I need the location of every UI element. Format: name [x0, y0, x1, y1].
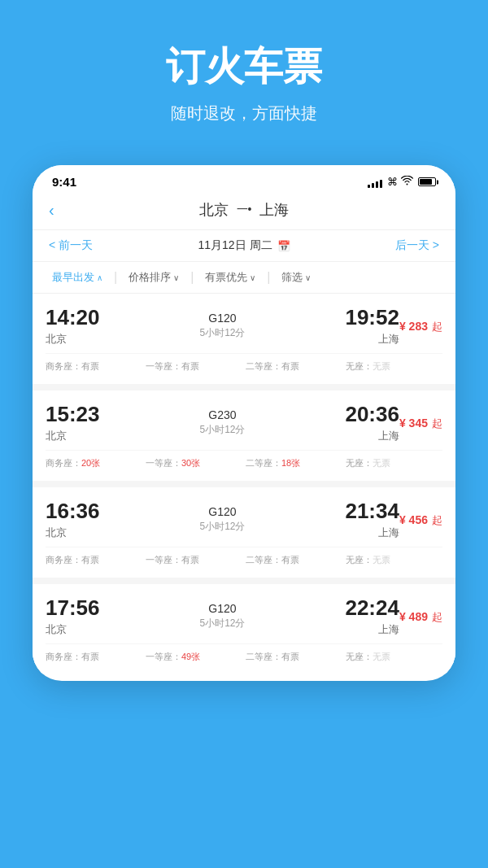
train-number: G230	[100, 408, 346, 421]
train-duration: 5小时12分	[100, 617, 346, 630]
train-price: ¥ 489 起	[399, 608, 442, 625]
train-main-row: 16:36 北京 G120 5小时12分 21:34 上海 ¥ 456 起	[46, 499, 442, 540]
train-main-row: 17:56 北京 G120 5小时12分 22:24 上海 ¥ 489 起	[46, 595, 442, 637]
nav-to: 上海	[259, 200, 289, 220]
filter-earliest[interactable]: 最早出发 ∧	[46, 270, 109, 285]
seat-item: 二等座：有票	[246, 651, 342, 663]
arrive-time: 20:36	[345, 402, 399, 427]
train-number: G120	[100, 602, 346, 615]
arrive-city: 上海	[345, 622, 399, 637]
arrive-time: 21:34	[345, 499, 399, 524]
phone-wrapper: 9:41 ⌘	[0, 149, 488, 681]
seat-item: 商务座：有票	[46, 651, 142, 663]
seat-item: 一等座：有票	[146, 554, 242, 566]
train-price: ¥ 345 起	[399, 414, 442, 431]
train-card[interactable]: 15:23 北京 G230 5小时12分 20:36 上海 ¥ 345 起 商务…	[33, 390, 455, 481]
date-selector: < 前一天 11月12日 周二 📅 后一天 >	[33, 230, 455, 262]
seat-item: 一等座：有票	[146, 360, 242, 373]
seat-row: 商务座：有票 一等座：有票 二等座：有票 无座：无票	[46, 547, 442, 566]
train-middle: G120 5小时12分	[100, 602, 346, 630]
battery-icon	[418, 177, 436, 186]
depart-city: 北京	[46, 429, 100, 443]
seat-item: 无座：无票	[346, 554, 442, 566]
seat-row: 商务座：有票 一等座：49张 二等座：有票 无座：无票	[46, 643, 442, 663]
next-day-button[interactable]: 后一天 >	[395, 238, 439, 253]
filter-available[interactable]: 有票优先 ∨	[198, 270, 262, 285]
depart-time: 14:20	[46, 305, 100, 330]
hero-subtitle: 随时退改，方面快捷	[16, 103, 472, 124]
hero-title: 订火车票	[16, 41, 472, 93]
wifi-icon: ⌘	[387, 176, 413, 188]
train-duration: 5小时12分	[100, 520, 346, 534]
calendar-icon: 📅	[277, 240, 290, 252]
train-arrive: 20:36 上海	[345, 402, 399, 443]
nav-title: 北京 一• 上海	[199, 200, 290, 220]
train-main-row: 15:23 北京 G230 5小时12分 20:36 上海 ¥ 345 起	[46, 402, 442, 443]
filter-more[interactable]: 筛选 ∨	[275, 270, 317, 285]
nav-from: 北京	[199, 200, 229, 220]
train-main-row: 14:20 北京 G120 5小时12分 19:52 上海 ¥ 283 起	[46, 305, 442, 347]
arrive-time: 19:52	[345, 305, 399, 330]
train-duration: 5小时12分	[100, 423, 346, 437]
back-button[interactable]: ‹	[49, 201, 54, 220]
current-date: 11月12日 周二 📅	[198, 238, 290, 253]
seat-item: 无座：无票	[346, 457, 442, 469]
train-card[interactable]: 16:36 北京 G120 5小时12分 21:34 上海 ¥ 456 起 商务…	[33, 487, 455, 578]
status-bar: 9:41 ⌘	[33, 165, 455, 194]
signal-icon	[368, 177, 382, 188]
filter-price[interactable]: 价格排序 ∨	[122, 270, 185, 285]
depart-city: 北京	[46, 622, 100, 637]
arrive-city: 上海	[345, 429, 399, 443]
hero-section: 订火车票 随时退改，方面快捷	[0, 0, 488, 149]
depart-city: 北京	[46, 332, 100, 347]
train-depart: 14:20 北京	[46, 305, 100, 347]
train-middle: G120 5小时12分	[100, 312, 346, 340]
train-price: ¥ 283 起	[399, 317, 442, 334]
status-icons: ⌘	[368, 176, 436, 188]
nav-arrow: 一•	[237, 203, 252, 217]
depart-time: 17:56	[46, 595, 100, 621]
depart-city: 北京	[46, 526, 100, 540]
train-card[interactable]: 17:56 北京 G120 5小时12分 22:24 上海 ¥ 489 起 商务…	[33, 584, 455, 674]
train-middle: G230 5小时12分	[100, 408, 346, 437]
chevron-down-icon: ∨	[305, 273, 311, 282]
train-price: ¥ 456 起	[399, 511, 442, 528]
arrive-city: 上海	[345, 526, 399, 540]
chevron-up-icon: ∧	[97, 273, 102, 282]
train-depart: 17:56 北京	[46, 595, 100, 637]
seat-item: 商务座：有票	[46, 360, 142, 373]
depart-time: 15:23	[46, 402, 100, 427]
train-arrive: 21:34 上海	[345, 499, 399, 540]
seat-item: 二等座：有票	[246, 554, 342, 566]
train-arrive: 19:52 上海	[345, 305, 399, 347]
seat-item: 二等座：18张	[246, 457, 342, 469]
seat-item: 商务座：有票	[46, 554, 142, 566]
arrive-time: 22:24	[345, 595, 399, 621]
train-number: G120	[100, 312, 346, 325]
chevron-down-icon: ∨	[173, 273, 179, 282]
train-depart: 15:23 北京	[46, 402, 100, 443]
filter-bar: 最早出发 ∧ | 价格排序 ∨ | 有票优先 ∨ | 筛选 ∨	[33, 262, 455, 294]
train-arrive: 22:24 上海	[345, 595, 399, 637]
seat-item: 一等座：30张	[146, 457, 242, 469]
chevron-down-icon: ∨	[250, 273, 255, 282]
train-duration: 5小时12分	[100, 326, 346, 340]
status-time: 9:41	[52, 175, 76, 189]
seat-row: 商务座：有票 一等座：有票 二等座：有票 无座：无票	[46, 353, 442, 373]
phone-mockup: 9:41 ⌘	[33, 165, 455, 681]
train-middle: G120 5小时12分	[100, 505, 346, 534]
train-list: 14:20 北京 G120 5小时12分 19:52 上海 ¥ 283 起 商务…	[33, 294, 455, 674]
train-depart: 16:36 北京	[46, 499, 100, 540]
seat-row: 商务座：20张 一等座：30张 二等座：18张 无座：无票	[46, 450, 442, 469]
seat-item: 二等座：有票	[246, 360, 342, 373]
seat-item: 无座：无票	[346, 651, 442, 663]
seat-item: 商务座：20张	[46, 457, 142, 469]
seat-item: 无座：无票	[346, 360, 442, 373]
seat-item: 一等座：49张	[146, 651, 242, 663]
arrive-city: 上海	[345, 332, 399, 347]
train-card[interactable]: 14:20 北京 G120 5小时12分 19:52 上海 ¥ 283 起 商务…	[33, 294, 455, 384]
nav-bar: ‹ 北京 一• 上海	[33, 194, 455, 230]
prev-day-button[interactable]: < 前一天	[49, 238, 93, 253]
depart-time: 16:36	[46, 499, 100, 524]
train-number: G120	[100, 505, 346, 518]
